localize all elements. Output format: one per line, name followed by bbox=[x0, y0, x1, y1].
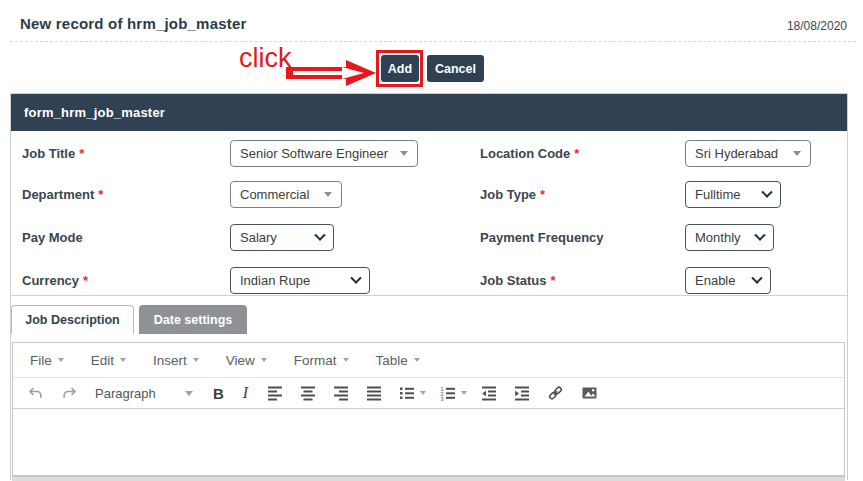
chevron-down-icon bbox=[761, 186, 772, 197]
pay-mode-value: Salary bbox=[240, 230, 277, 245]
field-label-text: Payment Frequency bbox=[480, 230, 604, 245]
chevron-down-icon bbox=[343, 358, 349, 362]
click-annotation-arrow-icon bbox=[286, 59, 377, 87]
form-panel-title: form_hrm_job_master bbox=[11, 94, 847, 131]
job-status-label: Job Status* bbox=[480, 273, 556, 288]
paragraph-format-select[interactable]: Paragraph bbox=[95, 386, 193, 401]
tab-job-description[interactable]: Job Description bbox=[11, 305, 134, 334]
bold-icon[interactable]: B bbox=[213, 385, 224, 402]
job-title-select[interactable]: Senior Software Engineer bbox=[230, 140, 418, 167]
payment-frequency-label: Payment Frequency bbox=[480, 230, 608, 245]
chevron-down-icon bbox=[314, 229, 325, 240]
numbered-list-button[interactable]: 123 bbox=[440, 385, 467, 401]
italic-icon[interactable]: I bbox=[241, 384, 250, 402]
pay-mode-select[interactable]: Salary bbox=[230, 224, 334, 251]
click-annotation-label: click bbox=[239, 45, 292, 72]
pay-mode-label: Pay Mode bbox=[22, 230, 87, 245]
menu-label: View bbox=[226, 353, 255, 368]
required-asterisk: * bbox=[550, 273, 555, 288]
required-asterisk: * bbox=[540, 187, 545, 202]
required-asterisk: * bbox=[574, 146, 579, 161]
department-select[interactable]: Commercial bbox=[230, 181, 342, 208]
cancel-button[interactable]: Cancel bbox=[427, 55, 484, 82]
menu-label: Format bbox=[294, 353, 337, 368]
numbered-list-icon: 123 bbox=[440, 385, 456, 401]
chevron-down-icon bbox=[754, 229, 765, 240]
indent-icon[interactable] bbox=[514, 385, 530, 401]
tab-date-settings[interactable]: Date settings bbox=[139, 305, 247, 334]
outdent-icon[interactable] bbox=[481, 385, 497, 401]
job-type-select[interactable]: Fulltime bbox=[685, 181, 781, 208]
payment-frequency-value: Monthly bbox=[695, 230, 741, 245]
currency-label: Currency* bbox=[22, 273, 88, 288]
chevron-down-icon bbox=[420, 391, 426, 395]
required-asterisk: * bbox=[98, 187, 103, 202]
required-asterisk: * bbox=[83, 273, 88, 288]
chevron-down-icon bbox=[414, 358, 420, 362]
currency-select[interactable]: Indian Rupe bbox=[230, 267, 370, 294]
menu-view[interactable]: View bbox=[226, 353, 267, 368]
editor-menubar: File Edit Insert View Format Table bbox=[13, 343, 844, 378]
chevron-down-icon bbox=[324, 192, 332, 197]
chevron-down-icon bbox=[120, 358, 126, 362]
field-label-text: Job Type bbox=[480, 187, 536, 202]
location-code-label: Location Code* bbox=[480, 146, 579, 161]
redo-icon[interactable] bbox=[61, 386, 78, 401]
align-right-icon[interactable] bbox=[333, 385, 349, 401]
job-status-select[interactable]: Enable bbox=[685, 267, 771, 294]
job-type-value: Fulltime bbox=[695, 187, 741, 202]
menu-label: Table bbox=[376, 353, 408, 368]
menu-file[interactable]: File bbox=[30, 353, 64, 368]
align-left-icon[interactable] bbox=[267, 385, 283, 401]
menu-label: Edit bbox=[91, 353, 114, 368]
chevron-down-icon bbox=[461, 391, 467, 395]
menu-table[interactable]: Table bbox=[376, 353, 420, 368]
link-icon[interactable] bbox=[547, 385, 564, 401]
menu-edit[interactable]: Edit bbox=[91, 353, 126, 368]
bullet-list-button[interactable] bbox=[399, 385, 426, 401]
chevron-down-icon bbox=[350, 272, 361, 283]
editor-toolbar: Paragraph B I 123 bbox=[13, 378, 844, 409]
chevron-down-icon bbox=[261, 358, 267, 362]
required-asterisk: * bbox=[79, 146, 84, 161]
page-title: New record of hrm_job_master bbox=[20, 15, 247, 32]
job-title-value: Senior Software Engineer bbox=[240, 146, 388, 161]
chevron-down-icon bbox=[793, 151, 801, 156]
location-code-value: Sri Hyderabad bbox=[695, 146, 778, 161]
menu-label: File bbox=[30, 353, 52, 368]
chevron-down-icon bbox=[400, 151, 408, 156]
chevron-down-icon bbox=[185, 391, 193, 396]
field-label-text: Job Status bbox=[480, 273, 546, 288]
field-label-text: Currency bbox=[22, 273, 79, 288]
bullet-list-icon bbox=[399, 385, 415, 401]
field-label-text: Pay Mode bbox=[22, 230, 83, 245]
job-type-label: Job Type* bbox=[480, 187, 545, 202]
field-label-text: Location Code bbox=[480, 146, 570, 161]
job-title-label: Job Title* bbox=[22, 146, 84, 161]
department-label: Department* bbox=[22, 187, 103, 202]
rich-text-editor: File Edit Insert View Format Table Parag… bbox=[12, 342, 845, 476]
chevron-down-icon bbox=[193, 358, 199, 362]
menu-label: Insert bbox=[153, 353, 187, 368]
paragraph-format-value: Paragraph bbox=[95, 386, 156, 401]
field-label-text: Department bbox=[22, 187, 94, 202]
image-icon[interactable] bbox=[581, 385, 598, 401]
job-status-value: Enable bbox=[695, 273, 735, 288]
menu-format[interactable]: Format bbox=[294, 353, 349, 368]
department-value: Commercial bbox=[240, 187, 309, 202]
field-label-text: Job Title bbox=[22, 146, 75, 161]
location-code-select[interactable]: Sri Hyderabad bbox=[685, 140, 811, 167]
record-date: 18/08/2020 bbox=[787, 19, 847, 33]
add-button[interactable]: Add bbox=[381, 55, 419, 82]
menu-insert[interactable]: Insert bbox=[153, 353, 199, 368]
chevron-down-icon bbox=[58, 358, 64, 362]
undo-icon[interactable] bbox=[27, 386, 44, 401]
align-center-icon[interactable] bbox=[300, 385, 316, 401]
editor-content-area[interactable] bbox=[13, 409, 844, 475]
chevron-down-icon bbox=[751, 272, 762, 283]
align-justify-icon[interactable] bbox=[366, 385, 382, 401]
payment-frequency-select[interactable]: Monthly bbox=[685, 224, 774, 251]
header-divider bbox=[10, 41, 856, 42]
svg-text:3: 3 bbox=[441, 396, 444, 401]
currency-value: Indian Rupe bbox=[240, 273, 310, 288]
